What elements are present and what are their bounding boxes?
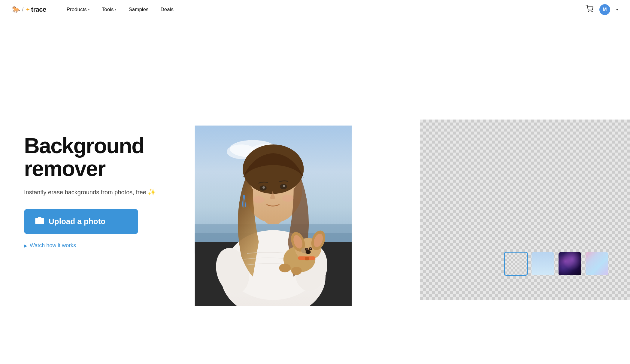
cart-icon[interactable] bbox=[586, 5, 593, 14]
svg-rect-42 bbox=[305, 257, 309, 260]
nav-links: Products ▾ Tools ▾ Samples Deals bbox=[61, 4, 586, 15]
sky-preview bbox=[532, 252, 554, 275]
logo-slash: / bbox=[22, 6, 24, 13]
svg-point-37 bbox=[310, 248, 311, 249]
watch-how-it-works-link[interactable]: ▶ Watch how it works bbox=[24, 242, 168, 249]
checker-pattern bbox=[505, 253, 527, 275]
galaxy-preview bbox=[559, 252, 581, 275]
nav-link-tools[interactable]: Tools ▾ bbox=[96, 4, 123, 15]
pastel-preview bbox=[586, 252, 608, 275]
play-arrow-icon: ▶ bbox=[24, 243, 27, 248]
nav-item-tools[interactable]: Tools ▾ bbox=[96, 4, 123, 15]
upload-photo-button[interactable]: Upload a photo bbox=[24, 209, 138, 234]
nav-right: M ▾ bbox=[586, 4, 618, 15]
nav-link-samples[interactable]: Samples bbox=[123, 4, 154, 15]
bg-thumb-transparent[interactable] bbox=[504, 252, 528, 276]
nav-item-deals[interactable]: Deals bbox=[155, 4, 180, 15]
svg-point-20 bbox=[283, 185, 285, 187]
svg-point-38 bbox=[305, 250, 310, 254]
svg-point-39 bbox=[279, 264, 291, 272]
products-dropdown-arrow: ▾ bbox=[88, 8, 90, 11]
nav-link-deals[interactable]: Deals bbox=[155, 4, 180, 15]
bg-thumb-sky[interactable] bbox=[531, 252, 555, 276]
logo-horse-icon: 🐎 bbox=[12, 6, 20, 14]
tools-dropdown-arrow: ▾ bbox=[115, 8, 117, 11]
svg-point-19 bbox=[262, 186, 265, 189]
svg-rect-23 bbox=[243, 195, 245, 196]
background-thumbnails bbox=[504, 252, 609, 276]
svg-point-1 bbox=[592, 11, 592, 12]
navigation: 🐎 / ✦ trace Products ▾ Tools ▾ Samples D… bbox=[0, 0, 630, 19]
avatar[interactable]: M bbox=[599, 4, 610, 15]
nav-item-samples[interactable]: Samples bbox=[123, 4, 154, 15]
sparkle-icon: ✨ bbox=[148, 188, 156, 196]
nav-link-products[interactable]: Products ▾ bbox=[61, 4, 96, 15]
hero-title: Background remover bbox=[24, 135, 168, 180]
svg-point-2 bbox=[38, 219, 41, 223]
hero-right bbox=[168, 102, 618, 282]
logo-text: trace bbox=[31, 6, 46, 14]
camera-icon bbox=[35, 216, 44, 227]
person-illustration bbox=[192, 126, 354, 306]
logo-spark-icon: ✦ bbox=[26, 6, 30, 13]
svg-point-22 bbox=[282, 195, 294, 202]
hero-image bbox=[192, 126, 354, 306]
svg-point-36 bbox=[306, 248, 307, 250]
svg-point-0 bbox=[588, 11, 589, 12]
logo[interactable]: 🐎 / ✦ trace bbox=[12, 6, 46, 14]
svg-point-21 bbox=[253, 196, 265, 203]
hero-left: Background remover Instantly erase backg… bbox=[24, 135, 168, 249]
bg-thumb-pastel[interactable] bbox=[585, 252, 609, 276]
bg-thumb-galaxy[interactable] bbox=[558, 252, 582, 276]
avatar-dropdown-arrow[interactable]: ▾ bbox=[616, 8, 618, 12]
hero-section: Background remover Instantly erase backg… bbox=[0, 19, 630, 364]
hero-subtitle: Instantly erase backgrounds from photos,… bbox=[24, 187, 168, 197]
nav-item-products[interactable]: Products ▾ bbox=[61, 4, 96, 15]
svg-point-40 bbox=[291, 267, 302, 275]
